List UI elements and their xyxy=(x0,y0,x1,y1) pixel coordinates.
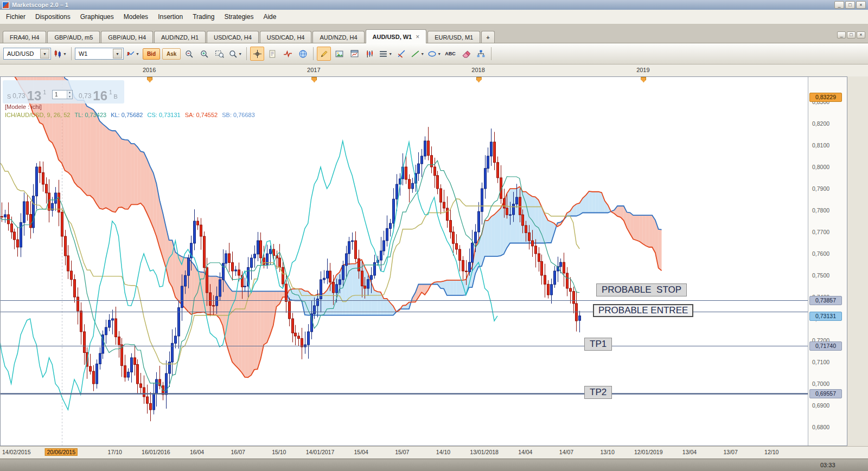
pulse-tool-button[interactable] xyxy=(280,47,295,61)
sell-price-main: 0,73 xyxy=(12,92,25,102)
date-tick: 13/01/2018 xyxy=(470,449,499,455)
minimize-button[interactable]: _ xyxy=(834,1,844,9)
date-axis[interactable]: 14/02/201520/06/201517/1016/01/201616/04… xyxy=(0,446,868,459)
draw-line-button[interactable]: ▼ xyxy=(410,47,425,61)
date-tick: 14/04 xyxy=(518,449,532,455)
tab-label: AUD/NZD, H1 xyxy=(161,34,199,41)
zoom-out-button[interactable] xyxy=(182,47,196,61)
close-button[interactable]: × xyxy=(856,1,866,9)
price-tick: 0,7500 xyxy=(812,272,829,279)
bid-button[interactable]: Bid xyxy=(143,48,160,60)
symbol-combo[interactable]: AUD/USD ▼ xyxy=(3,48,51,60)
tabs-container: FRA40, H4GBP/AUD, m5GBP/AUD, H4AUD/NZD, … xyxy=(3,29,837,43)
price-tick: 0,8100 xyxy=(812,142,829,149)
indicator-value: CS: 0,73131 xyxy=(148,112,181,118)
tab-gbp-aud-h4[interactable]: GBP/AUD, H4 xyxy=(101,31,153,43)
year-label: 2019 xyxy=(636,67,649,73)
ellipse-button[interactable]: ▼ xyxy=(426,47,442,61)
amount-input[interactable]: 1 ▲▼ xyxy=(52,90,73,99)
tab-aud-usd-w1[interactable]: AUD/USD, W1× xyxy=(366,29,427,43)
eraser-button[interactable] xyxy=(458,47,473,61)
image-button[interactable] xyxy=(332,47,346,61)
chart-style-button[interactable]: ▼ xyxy=(125,47,141,61)
web-button[interactable] xyxy=(296,47,310,61)
level-label-probable-entree[interactable]: PROBABLE ENTREE xyxy=(593,304,693,317)
date-tick: 12/01/2019 xyxy=(634,449,663,455)
toolbar-separator xyxy=(71,47,72,60)
child-minimize-button[interactable]: _ xyxy=(837,31,846,38)
tab-aud-nzd-h1[interactable]: AUD/NZD, H1 xyxy=(154,31,206,43)
date-tick: 20/06/2015 xyxy=(44,448,78,456)
text-label-button[interactable]: ABC xyxy=(443,47,457,61)
title-bar: Marketscope 2.0 – 1 _ □ × xyxy=(0,0,868,10)
tab-usd-cad-h4[interactable]: USD/CAD, H4 xyxy=(260,31,312,43)
indicator-name: ICH/AUD/USD, 9, 26, 52 xyxy=(5,112,70,118)
ask-button[interactable]: Ask xyxy=(162,48,181,60)
price-axis[interactable]: 0,83000,82000,81000,80000,79000,78000,77… xyxy=(808,77,846,446)
hierarchy-button[interactable] xyxy=(474,47,488,61)
chevron-down-icon[interactable]: ▼ xyxy=(113,49,122,59)
menu-modeles[interactable]: Modeles xyxy=(119,11,153,22)
tab-gbp-aud-m5[interactable]: GBP/AUD, m5 xyxy=(47,31,100,43)
chart-frame: S 0,73 13 1 1 ▲▼ 0,73 16 1 B [Modele : i… xyxy=(0,76,847,446)
tab-label: GBP/AUD, H4 xyxy=(108,34,146,41)
draw-line-icon xyxy=(411,49,420,59)
candlestick-pattern-button[interactable] xyxy=(362,47,376,61)
menu-fichier[interactable]: Fichier xyxy=(1,11,30,22)
sell-price-big[interactable]: 13 xyxy=(27,90,42,102)
zoom-range-button[interactable] xyxy=(212,47,226,61)
level-label-tp1[interactable]: TP1 xyxy=(584,338,612,351)
magnifier-button[interactable]: ▼ xyxy=(227,47,243,61)
new-tab-button[interactable]: + xyxy=(481,31,494,43)
toolbar-separator xyxy=(491,47,492,60)
menu-strategies[interactable]: Strategies xyxy=(219,11,258,22)
period-combo[interactable]: W1 ▼ xyxy=(75,48,124,60)
level-label-probable-stop[interactable]: PROBABLE STOP xyxy=(596,283,687,296)
tab-usd-cad-h4[interactable]: USD/CAD, H4 xyxy=(207,31,259,43)
crosshair-tool-button[interactable] xyxy=(250,47,264,61)
price-tick: 0,7100 xyxy=(812,359,829,365)
level-label-tp2[interactable]: TP2 xyxy=(584,386,612,399)
tab-fra40-h4[interactable]: FRA40, H4 xyxy=(3,31,46,43)
price-tick: 0,8000 xyxy=(812,164,829,170)
ellipse-icon xyxy=(427,49,437,59)
tab-close-icon[interactable]: × xyxy=(416,34,419,40)
menu-aide[interactable]: Aide xyxy=(258,11,281,22)
price-chart-canvas[interactable] xyxy=(1,77,808,446)
chart-window-button[interactable] xyxy=(347,47,361,61)
sell-side-label: S xyxy=(7,93,11,102)
tab-label: AUD/NZD, H4 xyxy=(320,34,357,41)
zoom-out-icon xyxy=(184,49,194,59)
tab-label: USD/CAD, H4 xyxy=(214,34,252,41)
maximize-button[interactable]: □ xyxy=(845,1,855,9)
buy-price-big[interactable]: 16 xyxy=(93,90,107,102)
child-close-button[interactable]: × xyxy=(857,31,865,38)
chevron-down-icon: ▼ xyxy=(420,52,424,56)
amount-spinner[interactable]: ▲▼ xyxy=(67,91,72,99)
price-tick: 0,8200 xyxy=(812,120,829,127)
date-tick: 13/07 xyxy=(723,449,737,455)
menu-dispositions[interactable]: Dispositions xyxy=(30,11,75,22)
line-style-menu-button[interactable]: ▼ xyxy=(378,47,393,61)
chart-plot[interactable]: S 0,73 13 1 1 ▲▼ 0,73 16 1 B [Modele : i… xyxy=(1,77,808,446)
model-label: [Modele : ichi] xyxy=(5,104,42,110)
sell-price-pip: 1 xyxy=(43,89,46,102)
menu-graphiques[interactable]: Graphiques xyxy=(75,11,119,22)
chevron-down-icon[interactable]: ▼ xyxy=(40,49,49,59)
spinner-up-icon[interactable]: ▲ xyxy=(67,91,72,95)
year-label: 2017 xyxy=(307,67,320,73)
tab-aud-nzd-h4[interactable]: AUD/NZD, H4 xyxy=(312,31,364,43)
buy-side-label: B xyxy=(114,93,118,102)
note-tool-button[interactable] xyxy=(265,47,279,61)
chevron-down-icon: ▼ xyxy=(388,52,392,56)
date-tick: 15/10 xyxy=(272,449,286,455)
trendlines-button[interactable] xyxy=(394,47,409,61)
spinner-down-icon[interactable]: ▼ xyxy=(67,95,72,99)
pencil-tool-button[interactable] xyxy=(317,47,331,61)
menu-trading[interactable]: Trading xyxy=(188,11,219,22)
menu-insertion[interactable]: Insertion xyxy=(153,11,188,22)
instrument-quote-button[interactable]: ▼ xyxy=(52,47,68,61)
child-restore-button[interactable]: □ xyxy=(847,31,856,38)
tab-eur-usd-m1[interactable]: EUR/USD, M1 xyxy=(427,31,480,43)
zoom-in-button[interactable] xyxy=(197,47,211,61)
